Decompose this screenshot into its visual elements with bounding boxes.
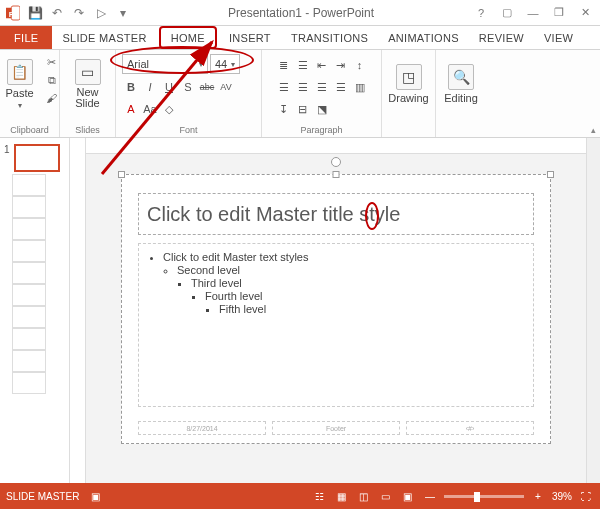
paste-button[interactable]: 📋 Paste ▾ (0, 54, 41, 114)
body-level-1: Click to edit Master text styles (163, 251, 523, 263)
font-name-combo[interactable]: Arial ▾ (122, 54, 208, 74)
group-label-font: Font (122, 124, 255, 135)
help-icon[interactable]: ? (468, 2, 494, 24)
thumbnail-layout[interactable] (12, 174, 46, 196)
body-placeholder[interactable]: Click to edit Master text styles Second … (138, 243, 534, 407)
slideshow-view-icon[interactable]: ▣ (400, 488, 416, 504)
editing-label: Editing (444, 92, 478, 104)
ribbon: 📋 Paste ▾ ✂ ⧉ 🖌 Clipboard ▭ New Slide Sl… (0, 50, 600, 138)
svg-text:P: P (9, 9, 14, 18)
thumbnail-layout[interactable] (12, 196, 46, 218)
bold-button[interactable]: B (122, 78, 140, 96)
thumbnail-layout[interactable] (12, 372, 46, 394)
date-placeholder[interactable]: 8/27/2014 (138, 421, 266, 435)
align-text-icon[interactable]: ⊟ (294, 100, 312, 118)
paste-label: Paste (5, 87, 33, 99)
thumb-master[interactable]: 1 (0, 142, 69, 174)
underline-button[interactable]: U (160, 78, 178, 96)
tab-insert[interactable]: INSERT (219, 26, 281, 49)
zoom-slider[interactable] (444, 495, 524, 498)
new-slide-button[interactable]: ▭ New Slide (67, 54, 109, 114)
app-icon[interactable]: P (2, 2, 24, 24)
normal-view-icon[interactable]: ▦ (334, 488, 350, 504)
increase-indent-icon[interactable]: ⇥ (332, 56, 350, 74)
change-case-button[interactable]: Aa (141, 100, 159, 118)
zoom-out-icon[interactable]: — (422, 488, 438, 504)
thumbnail-layout[interactable] (12, 240, 46, 262)
body-level-3: Third level (191, 277, 523, 289)
sorter-view-icon[interactable]: ◫ (356, 488, 372, 504)
start-slideshow-icon[interactable]: ▷ (90, 2, 112, 24)
tab-review[interactable]: REVIEW (469, 26, 534, 49)
align-center-icon[interactable]: ☰ (294, 78, 312, 96)
strikethrough-button[interactable]: abc (198, 78, 216, 96)
close-icon[interactable]: ✕ (572, 2, 598, 24)
qat-more-icon[interactable]: ▾ (112, 2, 134, 24)
chevron-down-icon: ▾ (18, 101, 22, 110)
editing-button[interactable]: 🔍 Editing (440, 54, 482, 114)
slide-number-placeholder[interactable]: ‹#› (406, 421, 534, 435)
save-icon[interactable]: 💾 (24, 2, 46, 24)
bullets-icon[interactable]: ≣ (275, 56, 293, 74)
tab-slide-master[interactable]: SLIDE MASTER (52, 26, 156, 49)
fit-to-window-icon[interactable]: ⛶ (578, 488, 594, 504)
tab-animations[interactable]: ANIMATIONS (378, 26, 469, 49)
thumbnail-layout[interactable] (12, 350, 46, 372)
thumbnail-layout[interactable] (12, 284, 46, 306)
copy-icon[interactable]: ⧉ (43, 72, 61, 88)
italic-button[interactable]: I (141, 78, 159, 96)
tab-view[interactable]: VIEW (534, 26, 583, 49)
rotation-handle-icon[interactable] (331, 157, 341, 167)
thumbnail-layout[interactable] (12, 306, 46, 328)
notes-icon[interactable]: ☷ (312, 488, 328, 504)
columns-icon[interactable]: ▥ (351, 78, 369, 96)
status-mode: SLIDE MASTER (6, 491, 79, 502)
decrease-indent-icon[interactable]: ⇤ (313, 56, 331, 74)
thumbnail-selected[interactable] (14, 144, 60, 172)
group-editing: 🔍 Editing (436, 50, 486, 137)
minimize-icon[interactable]: — (520, 2, 546, 24)
tab-home[interactable]: HOME (159, 26, 217, 49)
tab-transitions[interactable]: TRANSITIONS (281, 26, 378, 49)
group-label-editing (442, 134, 480, 135)
reading-view-icon[interactable]: ▭ (378, 488, 394, 504)
footer-placeholder[interactable]: Footer (272, 421, 400, 435)
chevron-down-icon: ▾ (199, 60, 203, 69)
justify-icon[interactable]: ☰ (332, 78, 350, 96)
ribbon-display-options-icon[interactable]: ▢ (494, 2, 520, 24)
font-size-combo[interactable]: 44 ▾ (210, 54, 240, 74)
resize-handle[interactable] (118, 171, 125, 178)
shadow-button[interactable]: S (179, 78, 197, 96)
align-right-icon[interactable]: ☰ (313, 78, 331, 96)
numbering-icon[interactable]: ☰ (294, 56, 312, 74)
drawing-button[interactable]: ◳ Drawing (388, 54, 430, 114)
clear-formatting-icon[interactable]: ◇ (160, 100, 178, 118)
slide-canvas[interactable]: Click to edit Master title style Click t… (86, 154, 586, 483)
smartart-icon[interactable]: ⬔ (313, 100, 331, 118)
group-drawing: ◳ Drawing (382, 50, 436, 137)
undo-icon[interactable]: ↶ (46, 2, 68, 24)
master-slide[interactable]: Click to edit Master title style Click t… (121, 174, 551, 444)
zoom-knob[interactable] (474, 492, 480, 502)
thumbnail-layout[interactable] (12, 328, 46, 350)
thumbnail-layout[interactable] (12, 262, 46, 284)
resize-handle[interactable] (333, 171, 340, 178)
vertical-scrollbar[interactable] (586, 138, 600, 483)
line-spacing-icon[interactable]: ↕ (351, 56, 369, 74)
redo-icon[interactable]: ↷ (68, 2, 90, 24)
status-icon[interactable]: ▣ (87, 488, 103, 504)
title-placeholder[interactable]: Click to edit Master title style (138, 193, 534, 235)
char-spacing-button[interactable]: AV (217, 78, 235, 96)
align-left-icon[interactable]: ☰ (275, 78, 293, 96)
text-direction-icon[interactable]: ↧ (275, 100, 293, 118)
title-bar: P 💾 ↶ ↷ ▷ ▾ Presentation1 - PowerPoint ?… (0, 0, 600, 26)
cut-icon[interactable]: ✂ (43, 54, 61, 70)
thumbnail-layout[interactable] (12, 218, 46, 240)
zoom-in-icon[interactable]: + (530, 488, 546, 504)
tab-file[interactable]: FILE (0, 26, 52, 49)
restore-icon[interactable]: ❐ (546, 2, 572, 24)
format-painter-icon[interactable]: 🖌 (43, 90, 61, 106)
font-color-button[interactable]: A (122, 100, 140, 118)
resize-handle[interactable] (547, 171, 554, 178)
collapse-ribbon-icon[interactable]: ▴ (591, 125, 596, 135)
